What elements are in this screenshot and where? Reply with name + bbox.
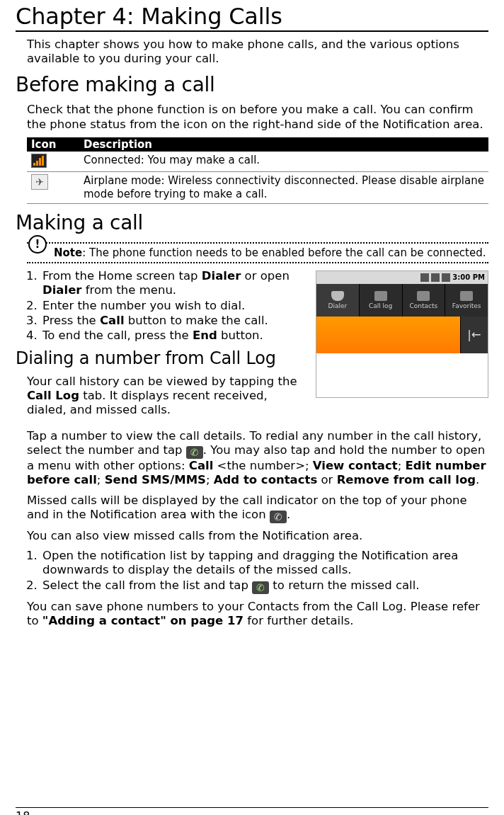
note-label: Note	[54, 246, 82, 259]
backspace-button[interactable]: |←	[460, 317, 488, 353]
dialer-screenshot: 3:00 PM Dialer Call log Contacts Favorit…	[316, 270, 488, 398]
calllog-p2: Tap a number to view the call details. T…	[27, 429, 488, 488]
calllog-p4: You can also view missed calls from the …	[27, 529, 488, 543]
number-input-row: |←	[316, 317, 488, 353]
section-before-title: Before making a call	[16, 73, 488, 97]
tab-bar: Dialer Call log Contacts Favorites	[316, 284, 488, 317]
intro-text: This chapter shows you how to make phone…	[27, 38, 488, 66]
airplane-icon: ✈	[31, 174, 48, 190]
contacts-icon	[417, 291, 430, 301]
missed-call-icon: ✆	[270, 511, 287, 523]
table-row: ✈ Airplane mode: Wireless connectivity d…	[27, 172, 488, 204]
number-input[interactable]	[316, 317, 460, 353]
tab-calllog[interactable]: Call log	[360, 284, 403, 317]
page-footer: 18	[16, 807, 488, 815]
before-text: Check that the phone function is on befo…	[27, 103, 488, 131]
signal-icon	[31, 154, 47, 168]
table-header-row: Icon Description	[27, 137, 488, 152]
th-desc: Description	[79, 137, 488, 152]
call-icon: ✆	[186, 446, 203, 459]
notification-steps: Open the notification list by tapping an…	[27, 549, 488, 594]
row-desc: Airplane mode: Wireless connectivity dis…	[79, 172, 488, 204]
row-desc: Connected: You may make a call.	[79, 152, 488, 172]
icon-description-table: Icon Description Connected: You may make…	[27, 137, 488, 204]
calllog-p5: You can save phone numbers to your Conta…	[27, 600, 488, 628]
calllog-p3: Missed calls will be displayed by the ca…	[27, 494, 488, 524]
note-text: : The phone function needs to be enabled…	[82, 246, 486, 259]
page-number: 18	[16, 809, 30, 815]
tab-favorites[interactable]: Favorites	[445, 284, 488, 317]
status-time: 3:00 PM	[452, 273, 485, 282]
tab-contacts[interactable]: Contacts	[403, 284, 446, 317]
note-box: ! Note: The phone function needs to be e…	[27, 242, 488, 263]
list-item: Open the notification list by tapping an…	[41, 549, 488, 577]
table-row: Connected: You may make a call.	[27, 152, 488, 172]
chapter-title: Chapter 4: Making Calls	[16, 0, 488, 32]
signal-icon	[431, 273, 440, 282]
call-icon: ✆	[252, 581, 269, 594]
bluetooth-icon	[420, 273, 429, 282]
section-making-title: Making a call	[16, 211, 488, 235]
tab-dialer[interactable]: Dialer	[316, 284, 360, 317]
status-bar: 3:00 PM	[316, 271, 488, 284]
list-item: Select the call from the list and tap ✆ …	[41, 579, 488, 595]
battery-icon	[442, 273, 450, 282]
keypad-area	[316, 353, 488, 397]
calllog-icon	[374, 291, 387, 301]
favorites-icon	[460, 291, 473, 301]
dialer-icon	[331, 291, 344, 301]
th-icon: Icon	[27, 137, 79, 152]
exclamation-icon: !	[28, 235, 47, 253]
